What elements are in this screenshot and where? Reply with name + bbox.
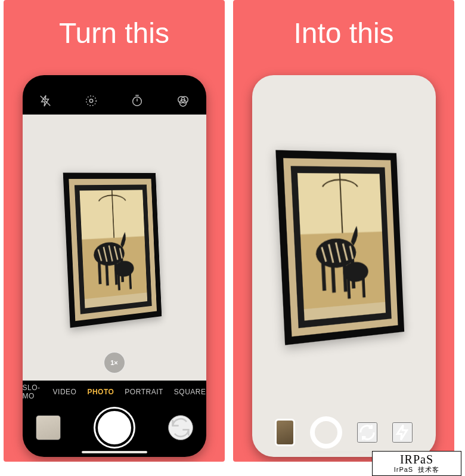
right-camera-bottom-bar xyxy=(252,416,436,449)
framed-picture xyxy=(63,173,162,328)
home-indicator[interactable] xyxy=(311,451,377,453)
panel-left-label: Turn this xyxy=(4,17,225,50)
flip-camera-button[interactable] xyxy=(168,415,193,440)
mode-portrait[interactable]: PORTRAIT xyxy=(125,388,163,396)
right-thumbnail[interactable] xyxy=(275,419,295,446)
svg-point-2 xyxy=(86,96,97,106)
framed-picture xyxy=(275,150,404,345)
promo-frame: Turn this xyxy=(0,0,458,462)
last-photo-thumbnail[interactable] xyxy=(36,415,61,440)
svg-rect-7 xyxy=(79,190,144,239)
mode-slomo[interactable]: SLO-MO xyxy=(23,384,42,400)
notch xyxy=(80,75,149,88)
panel-right-label: Into this xyxy=(233,17,454,50)
shutter-button[interactable] xyxy=(95,409,134,447)
filters-icon[interactable] xyxy=(173,91,193,110)
right-shutter-button[interactable] xyxy=(310,416,342,449)
svg-point-1 xyxy=(89,99,93,103)
watermark-line2: IrPaS 技术客 xyxy=(394,465,440,474)
svg-rect-22 xyxy=(297,173,382,234)
rotate-icon[interactable] xyxy=(357,422,377,443)
flash-icon[interactable] xyxy=(392,422,413,443)
watermark-line1: IRPaS xyxy=(400,453,433,465)
live-photo-icon[interactable] xyxy=(82,91,101,110)
viewfinder-left: 1× xyxy=(23,115,206,381)
mode-photo[interactable]: PHOTO xyxy=(87,388,114,396)
panel-left: Turn this xyxy=(4,0,225,462)
camera-mode-selector[interactable]: SLO-MO VIDEO PHOTO PORTRAIT SQUARE xyxy=(23,381,206,403)
phone-mock-right xyxy=(252,75,436,457)
timer-icon[interactable] xyxy=(128,91,147,110)
camera-bottom-bar xyxy=(23,403,206,457)
zoom-chip[interactable]: 1× xyxy=(104,352,125,373)
panel-right: Into this xyxy=(233,0,454,462)
flash-off-icon[interactable] xyxy=(36,91,55,110)
viewfinder-right xyxy=(252,75,436,457)
watermark: IRPaS IrPaS 技术客 xyxy=(372,451,461,476)
phone-mock-left: 1× SLO-MO VIDEO PHOTO PORTRAIT SQUARE xyxy=(23,75,206,457)
home-indicator[interactable] xyxy=(82,451,147,453)
mode-square[interactable]: SQUARE xyxy=(174,388,206,396)
mode-video[interactable]: VIDEO xyxy=(53,388,77,396)
